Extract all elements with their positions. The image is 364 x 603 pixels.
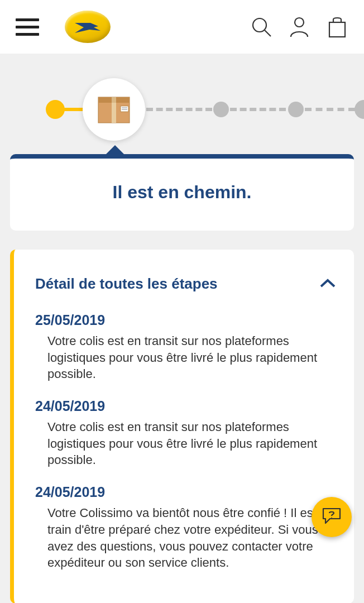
progress-line-pending: [146, 108, 212, 111]
progress-step-1: [46, 100, 65, 119]
svg-point-0: [253, 18, 266, 32]
event-date: 25/05/2019: [35, 312, 337, 328]
progress-track: [0, 76, 364, 143]
progress-line-pending: [305, 108, 355, 111]
header-right: [250, 16, 348, 38]
account-icon[interactable]: [288, 16, 310, 38]
details-title: Détail de toutes les étapes: [35, 275, 218, 293]
progress-step-5: [355, 100, 364, 119]
event-text: Votre Colissimo va bientôt nous être con…: [35, 505, 337, 571]
details-card: Détail de toutes les étapes 25/05/2019 V…: [10, 250, 354, 603]
progress-step-3: [213, 102, 229, 117]
tracking-event: 25/05/2019 Votre colis est en transit su…: [35, 312, 337, 382]
help-button[interactable]: [312, 497, 352, 537]
progress-step-4: [288, 102, 304, 117]
event-date: 24/05/2019: [35, 398, 337, 414]
progress-step-current: [83, 78, 145, 141]
menu-icon[interactable]: [16, 18, 39, 36]
tracking-event: 24/05/2019 Votre Colissimo va bientôt no…: [35, 484, 337, 571]
svg-line-1: [265, 30, 271, 36]
app-header: [0, 0, 364, 54]
event-text: Votre colis est en transit sur nos plate…: [35, 419, 337, 468]
search-icon[interactable]: [250, 16, 272, 38]
tracking-event: 24/05/2019 Votre colis est en transit su…: [35, 398, 337, 468]
progress-line-pending: [230, 108, 286, 111]
status-card: Il est en chemin.: [10, 154, 354, 231]
event-text: Votre colis est en transit sur nos plate…: [35, 333, 337, 382]
header-left: [16, 11, 111, 43]
svg-point-2: [295, 18, 304, 27]
cart-icon[interactable]: [326, 16, 348, 38]
brand-logo[interactable]: [65, 11, 111, 43]
svg-rect-8: [121, 106, 128, 112]
chat-help-icon: [321, 506, 342, 528]
status-title: Il est en chemin.: [21, 182, 343, 203]
chevron-up-icon: [318, 274, 337, 293]
svg-rect-3: [329, 22, 345, 37]
svg-point-11: [331, 517, 332, 518]
details-toggle[interactable]: Détail de toutes les étapes: [35, 274, 337, 293]
tracking-progress: Il est en chemin. Détail de toutes les é…: [0, 54, 364, 603]
package-icon: [96, 92, 132, 127]
event-date: 24/05/2019: [35, 484, 337, 500]
svg-rect-7: [112, 97, 116, 103]
